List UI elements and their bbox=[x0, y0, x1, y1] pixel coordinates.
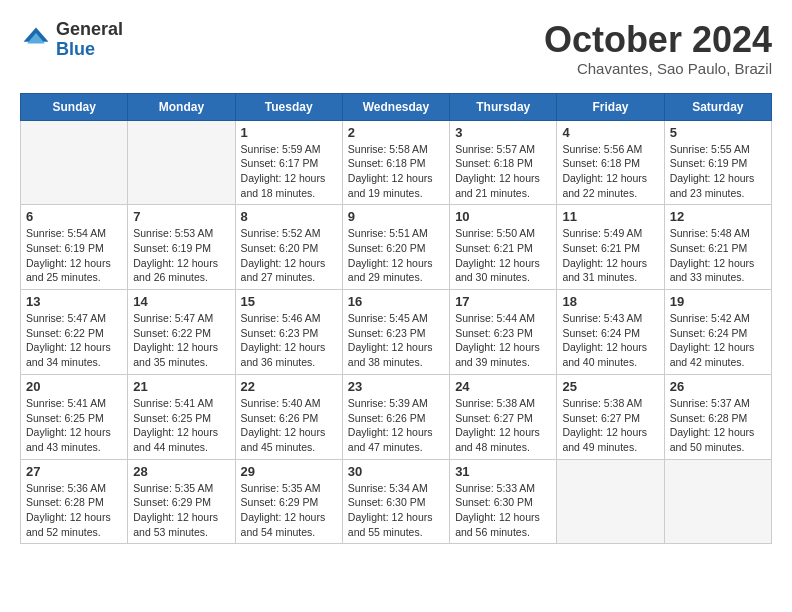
logo: General Blue bbox=[20, 20, 123, 60]
day-cell: 31Sunrise: 5:33 AM Sunset: 6:30 PM Dayli… bbox=[450, 459, 557, 544]
day-info: Sunrise: 5:44 AM Sunset: 6:23 PM Dayligh… bbox=[455, 311, 551, 370]
day-number: 27 bbox=[26, 464, 122, 479]
day-cell: 2Sunrise: 5:58 AM Sunset: 6:18 PM Daylig… bbox=[342, 120, 449, 205]
day-info: Sunrise: 5:56 AM Sunset: 6:18 PM Dayligh… bbox=[562, 142, 658, 201]
day-cell: 10Sunrise: 5:50 AM Sunset: 6:21 PM Dayli… bbox=[450, 205, 557, 290]
day-info: Sunrise: 5:48 AM Sunset: 6:21 PM Dayligh… bbox=[670, 226, 766, 285]
day-info: Sunrise: 5:43 AM Sunset: 6:24 PM Dayligh… bbox=[562, 311, 658, 370]
day-number: 11 bbox=[562, 209, 658, 224]
calendar-table: SundayMondayTuesdayWednesdayThursdayFrid… bbox=[20, 93, 772, 545]
day-number: 16 bbox=[348, 294, 444, 309]
column-header-thursday: Thursday bbox=[450, 93, 557, 120]
day-number: 10 bbox=[455, 209, 551, 224]
day-info: Sunrise: 5:39 AM Sunset: 6:26 PM Dayligh… bbox=[348, 396, 444, 455]
day-cell: 17Sunrise: 5:44 AM Sunset: 6:23 PM Dayli… bbox=[450, 290, 557, 375]
day-number: 14 bbox=[133, 294, 229, 309]
day-info: Sunrise: 5:37 AM Sunset: 6:28 PM Dayligh… bbox=[670, 396, 766, 455]
day-cell bbox=[21, 120, 128, 205]
day-info: Sunrise: 5:36 AM Sunset: 6:28 PM Dayligh… bbox=[26, 481, 122, 540]
day-cell bbox=[557, 459, 664, 544]
day-info: Sunrise: 5:38 AM Sunset: 6:27 PM Dayligh… bbox=[562, 396, 658, 455]
day-info: Sunrise: 5:38 AM Sunset: 6:27 PM Dayligh… bbox=[455, 396, 551, 455]
day-number: 29 bbox=[241, 464, 337, 479]
day-info: Sunrise: 5:42 AM Sunset: 6:24 PM Dayligh… bbox=[670, 311, 766, 370]
day-number: 12 bbox=[670, 209, 766, 224]
day-cell bbox=[128, 120, 235, 205]
column-header-wednesday: Wednesday bbox=[342, 93, 449, 120]
day-cell: 22Sunrise: 5:40 AM Sunset: 6:26 PM Dayli… bbox=[235, 374, 342, 459]
day-cell: 11Sunrise: 5:49 AM Sunset: 6:21 PM Dayli… bbox=[557, 205, 664, 290]
week-row-3: 13Sunrise: 5:47 AM Sunset: 6:22 PM Dayli… bbox=[21, 290, 772, 375]
day-cell: 6Sunrise: 5:54 AM Sunset: 6:19 PM Daylig… bbox=[21, 205, 128, 290]
day-cell: 15Sunrise: 5:46 AM Sunset: 6:23 PM Dayli… bbox=[235, 290, 342, 375]
day-number: 18 bbox=[562, 294, 658, 309]
day-info: Sunrise: 5:41 AM Sunset: 6:25 PM Dayligh… bbox=[133, 396, 229, 455]
day-info: Sunrise: 5:53 AM Sunset: 6:19 PM Dayligh… bbox=[133, 226, 229, 285]
day-cell: 23Sunrise: 5:39 AM Sunset: 6:26 PM Dayli… bbox=[342, 374, 449, 459]
week-row-4: 20Sunrise: 5:41 AM Sunset: 6:25 PM Dayli… bbox=[21, 374, 772, 459]
logo-icon bbox=[20, 24, 52, 56]
column-header-tuesday: Tuesday bbox=[235, 93, 342, 120]
logo-blue-text: Blue bbox=[56, 40, 123, 60]
day-cell: 12Sunrise: 5:48 AM Sunset: 6:21 PM Dayli… bbox=[664, 205, 771, 290]
day-info: Sunrise: 5:51 AM Sunset: 6:20 PM Dayligh… bbox=[348, 226, 444, 285]
month-title: October 2024 bbox=[544, 20, 772, 60]
day-info: Sunrise: 5:52 AM Sunset: 6:20 PM Dayligh… bbox=[241, 226, 337, 285]
day-info: Sunrise: 5:57 AM Sunset: 6:18 PM Dayligh… bbox=[455, 142, 551, 201]
day-header-row: SundayMondayTuesdayWednesdayThursdayFrid… bbox=[21, 93, 772, 120]
day-info: Sunrise: 5:49 AM Sunset: 6:21 PM Dayligh… bbox=[562, 226, 658, 285]
day-cell: 13Sunrise: 5:47 AM Sunset: 6:22 PM Dayli… bbox=[21, 290, 128, 375]
day-number: 7 bbox=[133, 209, 229, 224]
week-row-5: 27Sunrise: 5:36 AM Sunset: 6:28 PM Dayli… bbox=[21, 459, 772, 544]
day-number: 21 bbox=[133, 379, 229, 394]
day-number: 3 bbox=[455, 125, 551, 140]
day-cell: 20Sunrise: 5:41 AM Sunset: 6:25 PM Dayli… bbox=[21, 374, 128, 459]
day-cell: 19Sunrise: 5:42 AM Sunset: 6:24 PM Dayli… bbox=[664, 290, 771, 375]
day-info: Sunrise: 5:40 AM Sunset: 6:26 PM Dayligh… bbox=[241, 396, 337, 455]
day-cell bbox=[664, 459, 771, 544]
column-header-sunday: Sunday bbox=[21, 93, 128, 120]
day-info: Sunrise: 5:47 AM Sunset: 6:22 PM Dayligh… bbox=[26, 311, 122, 370]
day-cell: 26Sunrise: 5:37 AM Sunset: 6:28 PM Dayli… bbox=[664, 374, 771, 459]
day-number: 4 bbox=[562, 125, 658, 140]
day-cell: 28Sunrise: 5:35 AM Sunset: 6:29 PM Dayli… bbox=[128, 459, 235, 544]
day-info: Sunrise: 5:45 AM Sunset: 6:23 PM Dayligh… bbox=[348, 311, 444, 370]
week-row-2: 6Sunrise: 5:54 AM Sunset: 6:19 PM Daylig… bbox=[21, 205, 772, 290]
day-number: 26 bbox=[670, 379, 766, 394]
day-info: Sunrise: 5:46 AM Sunset: 6:23 PM Dayligh… bbox=[241, 311, 337, 370]
day-cell: 16Sunrise: 5:45 AM Sunset: 6:23 PM Dayli… bbox=[342, 290, 449, 375]
day-number: 19 bbox=[670, 294, 766, 309]
day-cell: 30Sunrise: 5:34 AM Sunset: 6:30 PM Dayli… bbox=[342, 459, 449, 544]
day-number: 15 bbox=[241, 294, 337, 309]
day-info: Sunrise: 5:35 AM Sunset: 6:29 PM Dayligh… bbox=[133, 481, 229, 540]
day-cell: 3Sunrise: 5:57 AM Sunset: 6:18 PM Daylig… bbox=[450, 120, 557, 205]
day-number: 25 bbox=[562, 379, 658, 394]
day-number: 22 bbox=[241, 379, 337, 394]
day-cell: 7Sunrise: 5:53 AM Sunset: 6:19 PM Daylig… bbox=[128, 205, 235, 290]
day-cell: 18Sunrise: 5:43 AM Sunset: 6:24 PM Dayli… bbox=[557, 290, 664, 375]
day-number: 8 bbox=[241, 209, 337, 224]
day-number: 30 bbox=[348, 464, 444, 479]
column-header-monday: Monday bbox=[128, 93, 235, 120]
day-number: 24 bbox=[455, 379, 551, 394]
column-header-saturday: Saturday bbox=[664, 93, 771, 120]
day-number: 13 bbox=[26, 294, 122, 309]
day-number: 28 bbox=[133, 464, 229, 479]
day-number: 2 bbox=[348, 125, 444, 140]
day-cell: 29Sunrise: 5:35 AM Sunset: 6:29 PM Dayli… bbox=[235, 459, 342, 544]
day-cell: 9Sunrise: 5:51 AM Sunset: 6:20 PM Daylig… bbox=[342, 205, 449, 290]
day-cell: 14Sunrise: 5:47 AM Sunset: 6:22 PM Dayli… bbox=[128, 290, 235, 375]
day-number: 20 bbox=[26, 379, 122, 394]
day-cell: 8Sunrise: 5:52 AM Sunset: 6:20 PM Daylig… bbox=[235, 205, 342, 290]
week-row-1: 1Sunrise: 5:59 AM Sunset: 6:17 PM Daylig… bbox=[21, 120, 772, 205]
day-cell: 1Sunrise: 5:59 AM Sunset: 6:17 PM Daylig… bbox=[235, 120, 342, 205]
column-header-friday: Friday bbox=[557, 93, 664, 120]
day-number: 9 bbox=[348, 209, 444, 224]
location: Chavantes, Sao Paulo, Brazil bbox=[544, 60, 772, 77]
day-number: 5 bbox=[670, 125, 766, 140]
day-cell: 21Sunrise: 5:41 AM Sunset: 6:25 PM Dayli… bbox=[128, 374, 235, 459]
day-number: 1 bbox=[241, 125, 337, 140]
day-number: 17 bbox=[455, 294, 551, 309]
day-info: Sunrise: 5:50 AM Sunset: 6:21 PM Dayligh… bbox=[455, 226, 551, 285]
day-number: 23 bbox=[348, 379, 444, 394]
